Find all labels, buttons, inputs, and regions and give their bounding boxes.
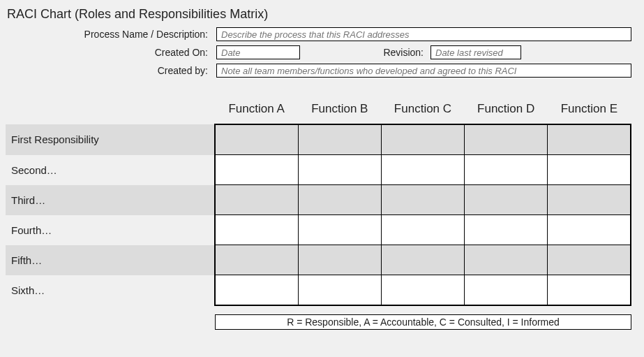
raci-cell[interactable] [215, 215, 298, 245]
raci-cell[interactable] [215, 155, 298, 185]
created-by-label: Created by: [6, 65, 212, 76]
responsibility-label: First Responsibility [6, 124, 215, 155]
function-header: Function B [298, 94, 381, 124]
table-row: Second… [6, 155, 631, 185]
raci-cell[interactable] [298, 124, 381, 155]
page-title: RACI Chart (Roles and Responsibilities M… [7, 7, 631, 22]
table-corner [6, 94, 215, 124]
raci-cell[interactable] [215, 185, 298, 215]
raci-cell[interactable] [548, 155, 631, 185]
raci-cell[interactable] [381, 215, 464, 245]
responsibility-label: Sixth… [6, 275, 215, 306]
responsibility-label: Fourth… [6, 215, 215, 245]
raci-cell[interactable] [381, 275, 464, 306]
responsibility-label: Second… [6, 155, 215, 185]
raci-cell[interactable] [465, 124, 548, 155]
raci-cell[interactable] [548, 275, 631, 306]
function-header: Function A [215, 94, 298, 124]
meta-block: Process Name / Description: Created On: … [6, 27, 631, 78]
raci-cell[interactable] [215, 275, 298, 306]
raci-cell[interactable] [548, 185, 631, 215]
process-label: Process Name / Description: [6, 29, 212, 40]
function-header: Function D [465, 94, 548, 124]
raci-cell[interactable] [298, 215, 381, 245]
raci-cell[interactable] [215, 245, 298, 275]
responsibility-label: Fifth… [6, 245, 215, 275]
raci-cell[interactable] [465, 275, 548, 306]
raci-cell[interactable] [548, 215, 631, 245]
raci-legend: R = Responsible, A = Accountable, C = Co… [215, 314, 631, 330]
raci-cell[interactable] [381, 245, 464, 275]
raci-cell[interactable] [381, 155, 464, 185]
raci-cell[interactable] [465, 185, 548, 215]
raci-cell[interactable] [548, 245, 631, 275]
table-row: Sixth… [6, 275, 631, 306]
created-on-label: Created On: [6, 47, 212, 58]
raci-cell[interactable] [465, 155, 548, 185]
function-header: Function E [548, 94, 631, 124]
raci-cell[interactable] [298, 245, 381, 275]
raci-cell[interactable] [215, 124, 298, 155]
table-row: Fourth… [6, 215, 631, 245]
raci-cell[interactable] [548, 124, 631, 155]
created-on-input[interactable] [216, 45, 300, 59]
revision-input[interactable] [430, 45, 521, 59]
raci-cell[interactable] [298, 275, 381, 306]
table-row: Third… [6, 185, 631, 215]
raci-cell[interactable] [465, 215, 548, 245]
process-input[interactable] [216, 27, 631, 41]
table-row: First Responsibility [6, 124, 631, 155]
revision-label: Revision: [364, 47, 426, 58]
raci-cell[interactable] [298, 185, 381, 215]
raci-cell[interactable] [298, 155, 381, 185]
table-row: Fifth… [6, 245, 631, 275]
raci-table: Function A Function B Function C Functio… [6, 94, 631, 306]
raci-cell[interactable] [381, 185, 464, 215]
raci-cell[interactable] [381, 124, 464, 155]
function-header: Function C [381, 94, 464, 124]
raci-cell[interactable] [465, 245, 548, 275]
created-by-input[interactable] [216, 64, 631, 78]
responsibility-label: Third… [6, 185, 215, 215]
